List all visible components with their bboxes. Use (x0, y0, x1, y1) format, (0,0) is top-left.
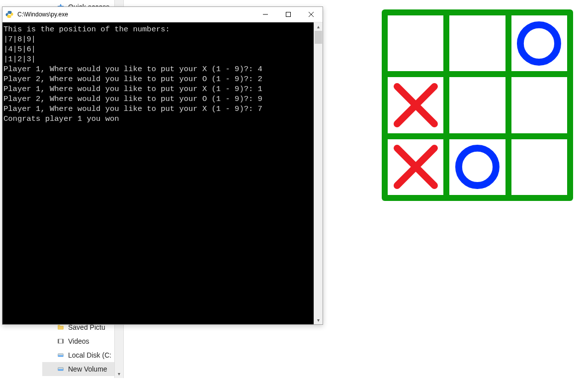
o-mark-icon (514, 19, 564, 68)
disk-icon (57, 352, 64, 359)
board-cell-3[interactable] (511, 139, 567, 195)
console-window: C:\Windows\py.exe This is the position o… (2, 6, 323, 325)
scroll-down-icon[interactable]: ▾ (115, 370, 123, 378)
svg-rect-9 (286, 12, 291, 17)
window-title: C:\Windows\py.exe (16, 11, 254, 18)
nav-item[interactable]: Local Disk (C: (42, 348, 122, 362)
close-button[interactable] (300, 7, 323, 22)
svg-rect-3 (63, 339, 64, 343)
board-cell-4[interactable] (388, 77, 443, 133)
python-icon (2, 10, 16, 18)
nav-label: Local Disk (C: (68, 351, 111, 359)
board-cell-7[interactable] (388, 15, 443, 71)
video-icon (57, 338, 64, 345)
scroll-thumb[interactable] (315, 31, 322, 44)
svg-rect-7 (58, 370, 64, 371)
board-cell-2[interactable] (449, 139, 505, 195)
tictactoe-window (382, 9, 573, 201)
o-mark-icon (453, 142, 502, 191)
svg-point-10 (520, 25, 558, 62)
scroll-down-icon[interactable]: ▾ (314, 316, 323, 324)
console-scrollbar[interactable]: ▴ ▾ (314, 22, 323, 324)
board-cell-8[interactable] (449, 15, 505, 71)
svg-rect-2 (58, 339, 59, 343)
nav-item[interactable]: Videos (42, 334, 122, 348)
console-output[interactable]: This is the position of the numbers: |7|… (2, 22, 314, 324)
folder-icon (57, 324, 64, 331)
board-cell-1[interactable] (388, 139, 443, 195)
x-mark-icon (391, 142, 440, 191)
board-cell-5[interactable] (449, 77, 505, 133)
x-mark-icon (391, 81, 440, 130)
svg-rect-8 (263, 14, 268, 15)
window-titlebar[interactable]: C:\Windows\py.exe (2, 7, 323, 22)
nav-label: New Volume (68, 365, 107, 373)
nav-item[interactable]: New Volume (42, 362, 122, 376)
board-cell-6[interactable] (511, 77, 567, 133)
maximize-button[interactable] (277, 7, 300, 22)
nav-label: Videos (68, 337, 89, 345)
board-cell-9[interactable] (511, 15, 567, 71)
disk-icon (57, 366, 64, 373)
minimize-button[interactable] (254, 7, 277, 22)
tictactoe-grid (382, 9, 573, 201)
scroll-up-icon[interactable]: ▴ (314, 22, 323, 31)
svg-point-11 (459, 148, 496, 186)
svg-rect-5 (58, 356, 64, 357)
